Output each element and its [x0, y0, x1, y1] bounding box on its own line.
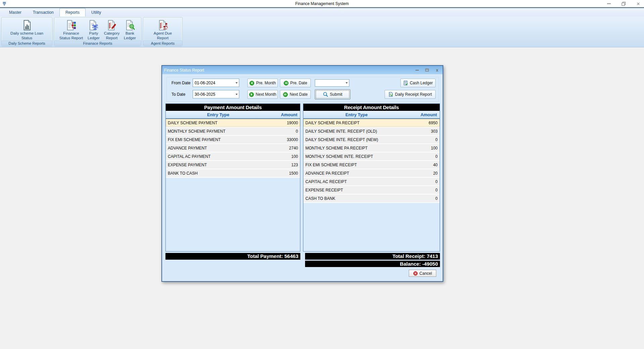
ribbon-item-label: Daily scheme Loan Status [10, 31, 44, 40]
entry-type-cell: CASH TO BANK [303, 196, 410, 201]
filter-combo[interactable] [315, 79, 349, 87]
balance-label: Balance: [400, 261, 421, 267]
table-row[interactable]: ADVANCE PAYMENT2740 [166, 144, 300, 152]
entry-type-cell: ADVANCE PAYMENT [166, 146, 270, 150]
table-row[interactable]: DAILY SCHEME PAYMENT19000 [166, 119, 300, 127]
cash-ledger-button[interactable]: Cash Ledger [400, 79, 436, 87]
bank-ledger-button[interactable]: Bank Ledger [121, 19, 138, 41]
pre-date-button[interactable]: Pre. Date [280, 79, 311, 87]
amount-column-header[interactable]: Amount [410, 112, 440, 117]
receipt-column-header[interactable]: Entry Type Amount [303, 111, 440, 119]
table-row[interactable]: CAPITAL AC RECEIPT0 [303, 178, 440, 186]
amount-cell: 6950 [410, 121, 440, 125]
dialog-maximize-icon[interactable] [425, 68, 429, 72]
minimize-icon[interactable] [606, 1, 611, 6]
table-row[interactable]: FIX EMI SCHEME PAYMENT33000 [166, 136, 300, 144]
to-date-value: 30-06-2025 [193, 92, 234, 97]
entry-type-cell: ADVANCE PA RECEIPT [303, 171, 410, 176]
entry-type-cell: DAILY SCHEME PAYMENT [166, 121, 270, 125]
dialog-titlebar[interactable]: Finance Status Report x [162, 66, 443, 74]
tab-master[interactable]: Master [3, 8, 27, 16]
table-row[interactable]: DAILY SCHEME PA RECEIPT6950 [303, 119, 440, 127]
button-label: Daily Receipt Report [395, 92, 432, 97]
amount-cell: 0 [410, 196, 440, 201]
total-payment-label: Total Payment: [247, 253, 283, 259]
cancel-button[interactable]: Cancel [409, 270, 436, 277]
tab-transaction[interactable]: Transaction [27, 8, 59, 16]
entry-type-cell: FIX EMI SCHEME PAYMENT [166, 137, 270, 142]
amount-cell: 19000 [270, 121, 300, 125]
amount-cell: 303 [410, 129, 440, 134]
category-report-button[interactable]: Category Report [102, 19, 121, 41]
window-controls: ✕ [606, 0, 641, 7]
daily-receipt-report-button[interactable]: Daily Receipt Report [385, 90, 436, 99]
table-row[interactable]: MONTHLY SCHEME INTE. RECEIPT0 [303, 152, 440, 161]
table-row[interactable]: BANK TO CASH1500 [166, 169, 300, 178]
balance-bar: Balance: -49050 [305, 261, 440, 267]
document-bar-chart-icon [21, 19, 33, 31]
amount-column-header[interactable]: Amount [270, 112, 300, 117]
ribbon-item-label: Finanace Status Report [57, 31, 85, 40]
table-row[interactable]: ADVANCE PA RECEIPT20 [303, 169, 440, 178]
table-row[interactable]: DAILY SCHEME INTE. RECEIPT (OLD)303 [303, 127, 440, 136]
green-double-forward-arrow-icon [283, 92, 288, 97]
dialog-minimize-icon[interactable] [415, 68, 419, 72]
app-titlebar: Finance Management System ✕ [0, 0, 644, 7]
payment-column-header[interactable]: Entry Type Amount [166, 111, 300, 119]
table-row[interactable]: MONTHLY SCHEME PAYMENT0 [166, 127, 300, 136]
close-icon[interactable]: ✕ [636, 1, 641, 6]
from-date-label: From Date [171, 81, 191, 85]
table-row[interactable]: DAILY SCHEME INTE. RECEIPT (NEW)0 [303, 136, 440, 144]
restore-icon[interactable] [621, 1, 626, 6]
entry-type-cell: EXPENSE PAYMENT [166, 163, 270, 167]
balance-value: -49050 [422, 261, 438, 267]
ribbon-group-daily-scheme-reports: Daily scheme Loan Status Daily Scheme Re… [1, 17, 52, 46]
party-ledger-button[interactable]: Party Ledger [85, 19, 102, 41]
document-magnifier-icon [124, 19, 136, 31]
finanace-status-report-button[interactable]: Finanace Status Report [57, 19, 85, 41]
finance-status-report-dialog: Finance Status Report x From Date 01-06-… [161, 65, 443, 282]
app-title: Finance Management System [0, 1, 644, 6]
pre-month-button[interactable]: Pre. Month [247, 79, 278, 87]
ribbon-item-label: Category Report [102, 31, 121, 40]
table-row[interactable]: CAPITAL AC PAYMENT100 [166, 152, 300, 161]
agent-due-report-button[interactable]: Agent Due Report [149, 19, 177, 41]
table-row[interactable]: EXPENSE RECEIPT0 [303, 186, 440, 194]
total-receipt-label: Total Receipt: [392, 253, 425, 259]
total-receipt-value: 7413 [427, 253, 438, 259]
next-month-button[interactable]: Next Month [247, 90, 278, 99]
tab-utility[interactable]: Utility [86, 8, 107, 16]
amount-cell: 2740 [270, 146, 300, 150]
table-row[interactable]: MONTHLY SCHEME PA RECEIPT100 [303, 144, 440, 152]
dialog-title: Finance Status Report [164, 68, 415, 73]
next-date-button[interactable]: Next Date [280, 90, 311, 99]
amount-cell: 20 [410, 171, 440, 176]
app-window: Finance Management System ✕ Master Trans… [0, 0, 644, 349]
ribbon-group-finanace-reports: Finanace Status Report [54, 17, 141, 46]
table-row[interactable]: EXPENSE PAYMENT123 [166, 161, 300, 169]
submit-button[interactable]: Submit [315, 89, 350, 99]
table-row[interactable]: FIX EMI SCHEME RECEIPT40 [303, 161, 440, 169]
from-date-value: 01-06-2024 [193, 81, 234, 85]
tab-reports[interactable]: Reports [59, 8, 86, 16]
workspace: Finance Status Report x From Date 01-06-… [0, 47, 644, 348]
table-row[interactable]: CASH TO BANK0 [303, 194, 440, 203]
from-date-combo[interactable]: 01-06-2024 [193, 79, 239, 87]
amount-cell: 100 [270, 154, 300, 159]
chevron-down-icon[interactable] [344, 80, 349, 86]
button-label: Pre. Month [256, 81, 276, 85]
cash-ledger-icon [403, 80, 408, 86]
daily-scheme-loan-status-button[interactable]: Daily scheme Loan Status [9, 19, 44, 41]
dialog-close-icon[interactable]: x [435, 68, 439, 72]
amount-cell: 0 [270, 129, 300, 134]
quick-access-toolbar-icon[interactable] [2, 1, 6, 6]
entry-type-column-header[interactable]: Entry Type [303, 112, 410, 117]
ribbon-item-label: Agent Due Report [149, 31, 176, 40]
entry-type-cell: DAILY SCHEME INTE. RECEIPT (NEW) [303, 137, 410, 142]
entry-type-column-header[interactable]: Entry Type [166, 112, 270, 117]
chevron-down-icon[interactable] [234, 90, 239, 98]
chevron-down-icon[interactable] [234, 79, 239, 87]
receipt-table: Receipt Amount Details Entry Type Amount… [303, 103, 440, 252]
amount-cell: 0 [410, 179, 440, 184]
to-date-combo[interactable]: 30-06-2025 [193, 90, 239, 98]
